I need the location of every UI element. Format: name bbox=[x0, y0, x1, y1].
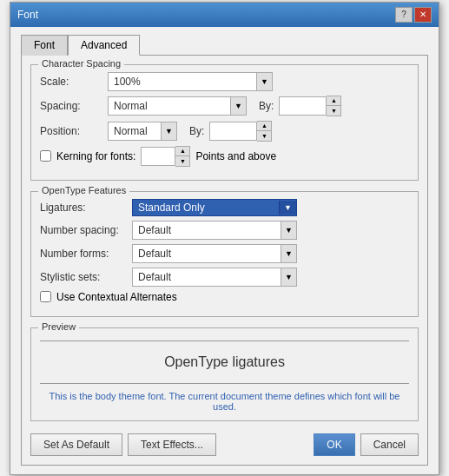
spacing-by-input[interactable] bbox=[279, 96, 327, 116]
preview-text: OpenType ligatures bbox=[164, 354, 285, 370]
tab-advanced[interactable]: Advanced bbox=[68, 35, 140, 56]
spacing-row: Spacing: Normal ▼ By: ▲ ▼ bbox=[40, 96, 409, 116]
number-forms-value: Default bbox=[133, 246, 281, 261]
scale-dropdown-arrow[interactable]: ▼ bbox=[256, 73, 272, 90]
kerning-up[interactable]: ▲ bbox=[175, 147, 189, 156]
spacing-combo[interactable]: Normal ▼ bbox=[108, 96, 247, 116]
scale-value: 100% bbox=[109, 74, 256, 89]
cancel-button[interactable]: Cancel bbox=[360, 433, 419, 456]
by-label-1: By: bbox=[259, 100, 274, 112]
stylistic-combo[interactable]: Default ▼ bbox=[132, 268, 297, 287]
number-spacing-combo[interactable]: Default ▼ bbox=[132, 221, 297, 240]
number-forms-row: Number forms: Default ▼ bbox=[40, 244, 409, 263]
position-by-input[interactable] bbox=[209, 122, 257, 141]
spacing-by-up[interactable]: ▲ bbox=[327, 96, 340, 106]
character-spacing-group: Character Spacing Scale: 100% ▼ Spacing:… bbox=[30, 64, 419, 181]
contextual-checkbox[interactable] bbox=[40, 291, 51, 302]
contextual-label: Use Contextual Alternates bbox=[56, 291, 177, 303]
help-button[interactable]: ? bbox=[395, 7, 413, 23]
kerning-row: Kerning for fonts: ▲ ▼ Points and above bbox=[40, 146, 409, 167]
tab-content: Character Spacing Scale: 100% ▼ Spacing:… bbox=[21, 55, 428, 466]
points-label: Points and above bbox=[195, 150, 276, 162]
position-label: Position: bbox=[40, 125, 102, 137]
preview-box: Preview OpenType ligatures This is the b… bbox=[30, 327, 419, 421]
stylistic-value: Default bbox=[133, 269, 281, 285]
opentype-title: OpenType Features bbox=[38, 185, 129, 195]
spacing-label: Spacing: bbox=[40, 100, 102, 112]
ligatures-row: Ligatures: Standard Only ▼ bbox=[40, 199, 409, 216]
ok-button[interactable]: OK bbox=[314, 433, 354, 456]
opentype-group: OpenType Features Ligatures: Standard On… bbox=[30, 191, 419, 317]
position-by-spinner-btns: ▲ ▼ bbox=[257, 121, 272, 142]
kerning-label: Kerning for fonts: bbox=[56, 150, 135, 162]
font-dialog: Font ? ✕ Font Advanced Character Spacing… bbox=[10, 2, 439, 475]
title-bar: Font ? ✕ bbox=[10, 3, 439, 27]
ligatures-dropdown-arrow[interactable]: ▼ bbox=[279, 201, 296, 215]
position-combo[interactable]: Normal ▼ bbox=[108, 122, 177, 141]
number-forms-combo[interactable]: Default ▼ bbox=[132, 244, 297, 263]
title-bar-left: Font bbox=[17, 9, 38, 21]
position-by-down[interactable]: ▼ bbox=[257, 131, 271, 141]
dialog-body: Font Advanced Character Spacing Scale: 1… bbox=[10, 27, 439, 474]
number-forms-dropdown-arrow[interactable]: ▼ bbox=[281, 245, 296, 262]
position-dropdown-arrow[interactable]: ▼ bbox=[161, 122, 176, 140]
position-value: Normal bbox=[109, 123, 161, 139]
title-controls: ? ✕ bbox=[395, 7, 432, 23]
stylistic-label: Stylistic sets: bbox=[40, 271, 127, 283]
number-spacing-label: Number spacing: bbox=[40, 224, 127, 236]
number-spacing-value: Default bbox=[133, 222, 281, 238]
tab-font[interactable]: Font bbox=[21, 35, 68, 56]
tabs: Font Advanced bbox=[21, 34, 428, 55]
spacing-by-down[interactable]: ▼ bbox=[327, 106, 340, 116]
preview-title: Preview bbox=[38, 321, 79, 332]
stylistic-row: Stylistic sets: Default ▼ bbox=[40, 268, 409, 287]
number-forms-label: Number forms: bbox=[40, 248, 127, 260]
spacing-by-spinner-btns: ▲ ▼ bbox=[327, 96, 341, 116]
text-effects-button[interactable]: Text Effects... bbox=[128, 433, 216, 456]
scale-label: Scale: bbox=[40, 76, 102, 88]
button-row: Set As Default Text Effects... OK Cancel bbox=[30, 430, 419, 456]
scale-combo[interactable]: 100% ▼ bbox=[108, 72, 273, 91]
number-spacing-row: Number spacing: Default ▼ bbox=[40, 221, 409, 240]
close-button[interactable]: ✕ bbox=[414, 7, 432, 23]
scale-row: Scale: 100% ▼ bbox=[40, 72, 409, 91]
btn-left-group: Set As Default Text Effects... bbox=[30, 433, 216, 456]
kerning-down[interactable]: ▼ bbox=[175, 156, 189, 166]
contextual-row: Use Contextual Alternates bbox=[40, 291, 409, 303]
set-as-default-button[interactable]: Set As Default bbox=[30, 433, 122, 456]
number-spacing-dropdown-arrow[interactable]: ▼ bbox=[281, 221, 296, 239]
by-label-2: By: bbox=[189, 125, 204, 137]
spacing-value: Normal bbox=[109, 98, 230, 114]
position-by-up[interactable]: ▲ bbox=[257, 122, 271, 131]
spacing-dropdown-arrow[interactable]: ▼ bbox=[230, 97, 246, 115]
spacing-by-spinner: ▲ ▼ bbox=[279, 96, 341, 116]
position-row: Position: Normal ▼ By: ▲ ▼ bbox=[40, 121, 409, 142]
ligatures-value: Standard Only bbox=[133, 200, 279, 215]
ligatures-label: Ligatures: bbox=[40, 202, 127, 214]
position-by-spinner: ▲ ▼ bbox=[209, 121, 272, 142]
btn-right-group: OK Cancel bbox=[314, 433, 419, 456]
kerning-checkbox[interactable] bbox=[40, 150, 51, 162]
kerning-spinner-btns: ▲ ▼ bbox=[175, 146, 190, 167]
kerning-spinner: ▲ ▼ bbox=[141, 146, 190, 167]
dialog-title: Font bbox=[17, 9, 38, 21]
kerning-input[interactable] bbox=[141, 147, 175, 166]
ligatures-combo[interactable]: Standard Only ▼ bbox=[132, 199, 297, 216]
preview-note: This is the body theme font. The current… bbox=[40, 389, 409, 412]
stylistic-dropdown-arrow[interactable]: ▼ bbox=[281, 268, 296, 286]
character-spacing-title: Character Spacing bbox=[38, 58, 124, 69]
preview-inner: OpenType ligatures bbox=[40, 340, 409, 384]
